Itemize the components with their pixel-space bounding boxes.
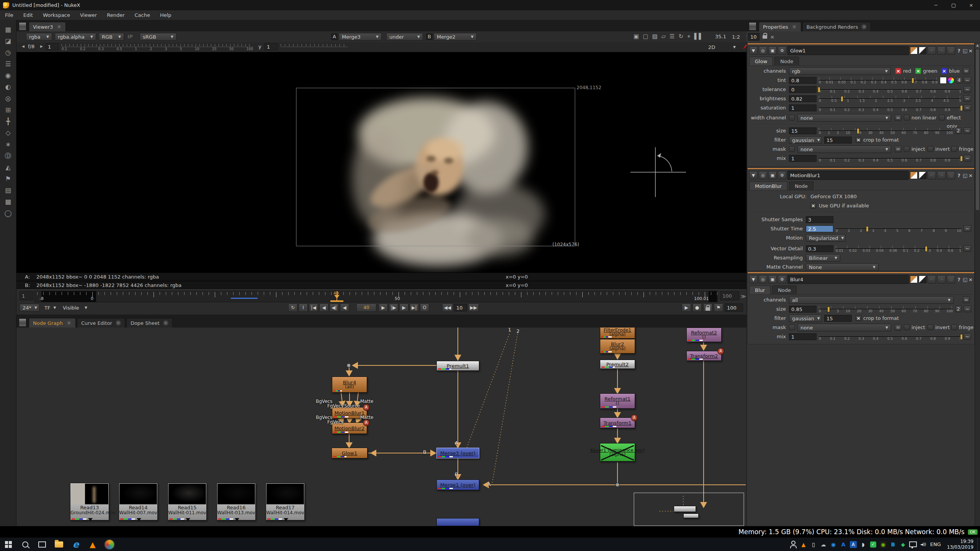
panel-center-icon[interactable]: ◎ bbox=[759, 275, 767, 284]
node-mini-cluster2[interactable] bbox=[683, 514, 699, 518]
brightness-field[interactable]: 0.82 bbox=[789, 95, 817, 102]
panel-wrench-icon[interactable]: ⚙ bbox=[778, 275, 786, 284]
panel-center-icon[interactable]: ◎ bbox=[759, 171, 767, 179]
tint-field[interactable]: 0.8 bbox=[789, 77, 817, 84]
toolbar-icon-image[interactable]: ▦ bbox=[2, 24, 14, 35]
node-reformat1[interactable]: Reformat1 () bbox=[600, 393, 635, 409]
tab-node-graph[interactable]: Node Graph × bbox=[29, 318, 76, 328]
close-icon[interactable]: × bbox=[56, 24, 62, 29]
size-curve-icon[interactable]: ~ bbox=[964, 127, 971, 134]
nodegraph-canvas[interactable]: Premult1 Blur4 (all) MotionBlur1 A Motio… bbox=[16, 328, 746, 526]
node-color-swatch[interactable] bbox=[910, 171, 918, 179]
blue-channel-icon[interactable]: × bbox=[941, 68, 947, 74]
panel-collapse-icon[interactable]: ▼ bbox=[749, 171, 758, 179]
viewer-zoom-level[interactable]: 35.1 bbox=[715, 34, 726, 39]
search-icon[interactable] bbox=[17, 538, 34, 551]
tab-node[interactable]: Node bbox=[789, 181, 813, 190]
redo-icon[interactable]: ↷ bbox=[937, 171, 946, 179]
pane-menu-icon[interactable] bbox=[19, 318, 26, 327]
viewer-canvas[interactable]: 2048,1152 (1024x576) bbox=[16, 52, 746, 272]
menu-item[interactable]: Help bbox=[155, 12, 176, 18]
tray-icon-nvidia[interactable]: ◉ bbox=[880, 541, 887, 548]
viewer-b-input-dropdown[interactable]: Merge2▼ bbox=[434, 33, 477, 41]
node-merge3[interactable]: Merge3 (over) bbox=[436, 448, 479, 458]
panel-wrench-icon[interactable]: ⚙ bbox=[778, 46, 786, 55]
tint-color-swatch[interactable] bbox=[940, 77, 947, 84]
tray-icon-speaker-dish[interactable]: ◗ bbox=[858, 538, 868, 551]
node-premult2[interactable]: Premult2 bbox=[600, 360, 635, 369]
node-merge-partial[interactable] bbox=[436, 518, 479, 526]
shutter-curve-icon[interactable]: ~ bbox=[964, 225, 971, 232]
node-blur4[interactable]: Blur4 (all) bbox=[332, 377, 367, 393]
float-panel-icon[interactable]: ◱ bbox=[963, 277, 967, 282]
help-icon[interactable]: ? bbox=[956, 173, 962, 178]
lock-range-icon[interactable] bbox=[703, 303, 712, 312]
node-reformat2[interactable]: Reformat2 () bbox=[686, 328, 722, 342]
menu-item[interactable]: Render bbox=[102, 12, 129, 18]
render-range-icon[interactable]: ⚑ bbox=[714, 303, 723, 312]
viewer-blend-dropdown[interactable]: under▼ bbox=[386, 33, 423, 41]
toolbar-icon-keyer[interactable]: ◎ bbox=[2, 93, 14, 104]
node-premult1[interactable]: Premult1 bbox=[436, 361, 479, 371]
minimize-button[interactable]: ─ bbox=[927, 0, 945, 10]
range-start-field[interactable]: 1 bbox=[20, 291, 33, 300]
transport-button-play-back[interactable]: ◀ bbox=[340, 303, 349, 312]
mix-slider[interactable]: 00.10.20.30.40.50.60.70.80.91 bbox=[819, 333, 961, 341]
saturation-field[interactable]: 1 bbox=[789, 104, 817, 111]
fps-dropdown[interactable]: 24*▼ bbox=[20, 304, 39, 311]
channels-dropdown[interactable]: all▼ bbox=[789, 296, 954, 304]
viewer-icon-scanline[interactable]: ☰ bbox=[670, 33, 675, 40]
tab-node[interactable]: Node bbox=[774, 57, 799, 65]
menu-item[interactable]: File bbox=[0, 12, 18, 18]
tint-multi-button[interactable]: 4 bbox=[956, 77, 962, 83]
size-slider[interactable]: 015102030405060708090100 bbox=[819, 127, 953, 135]
brightness-curve-icon[interactable]: ~ bbox=[964, 95, 971, 102]
transport-button-step-forward[interactable]: |▶ bbox=[389, 303, 398, 312]
close-icon[interactable]: × bbox=[116, 320, 121, 326]
invert-checkbox[interactable] bbox=[928, 324, 933, 330]
tray-icon-people[interactable] bbox=[789, 538, 799, 551]
viewer-icon-refresh[interactable]: ↻ bbox=[679, 33, 684, 40]
tray-icon-word[interactable]: A bbox=[850, 541, 857, 548]
size-curve-icon[interactable]: ~ bbox=[964, 306, 971, 312]
help-icon[interactable]: ? bbox=[956, 277, 962, 282]
viewer-icon-wipe[interactable]: ▨ bbox=[652, 33, 657, 40]
toolbar-icon-deep[interactable]: Ⓓ bbox=[2, 150, 14, 161]
redo-icon[interactable]: ↷ bbox=[937, 275, 946, 284]
float-panel-icon[interactable]: ◱ bbox=[963, 173, 967, 178]
mix-slider[interactable]: 00.10.20.30.40.50.60.70.80.91 bbox=[819, 154, 961, 163]
gain-value-field[interactable]: 1 bbox=[46, 43, 59, 50]
transport-button-next-keyframe[interactable]: ▶ bbox=[399, 303, 408, 312]
close-icon[interactable]: × bbox=[163, 320, 168, 326]
non-linear-checkbox[interactable] bbox=[904, 115, 910, 121]
current-frame-field[interactable]: 40 bbox=[356, 303, 376, 312]
shutter-samples-field[interactable]: 3 bbox=[806, 216, 833, 223]
mix-curve-icon[interactable]: ~ bbox=[964, 333, 971, 340]
tray-icon-network[interactable] bbox=[908, 538, 918, 551]
redo-icon[interactable]: ↷ bbox=[937, 46, 946, 55]
transport-button-goto-end[interactable]: ▶| bbox=[410, 303, 419, 312]
node-transform2[interactable]: Transform2 A bbox=[686, 351, 722, 361]
close-button[interactable]: × bbox=[962, 0, 980, 10]
pane-menu-icon[interactable] bbox=[19, 22, 26, 31]
inject-checkbox[interactable] bbox=[904, 324, 910, 330]
toolbar-icon-color[interactable]: ◉ bbox=[2, 70, 14, 81]
max-panels-field[interactable]: 10 bbox=[748, 33, 760, 41]
size-slider[interactable]: 015102030405060708090100 bbox=[819, 305, 953, 313]
transport-button-in-marker[interactable]: I bbox=[299, 303, 308, 312]
transport-button-loop[interactable]: ↻ bbox=[288, 303, 297, 312]
tray-icon-onedrive[interactable]: ☁ bbox=[818, 538, 828, 551]
tolerance-slider[interactable]: 00.10.20.30.40.50.60.70.80.91 bbox=[819, 85, 961, 94]
crop-to-format-checkbox[interactable] bbox=[856, 137, 861, 143]
viewer-icon-overlay[interactable]: ▱ bbox=[662, 33, 666, 40]
mask-eq-button[interactable]: = bbox=[895, 324, 902, 331]
transport-button-step-back[interactable]: ◀| bbox=[330, 303, 339, 312]
channels-eq-button[interactable]: = bbox=[963, 68, 970, 74]
gain-fstop-label[interactable]: f/8 bbox=[28, 44, 34, 49]
file-explorer-icon[interactable] bbox=[51, 538, 67, 551]
start-button[interactable] bbox=[0, 538, 17, 551]
node-blur2[interactable]: Blur2 (alpha) bbox=[600, 339, 635, 354]
language-indicator[interactable]: ENG bbox=[928, 538, 943, 551]
tray-icon-bluetooth[interactable]: B bbox=[888, 538, 898, 551]
visible-dropdown[interactable]: Visible▼ bbox=[60, 304, 90, 311]
